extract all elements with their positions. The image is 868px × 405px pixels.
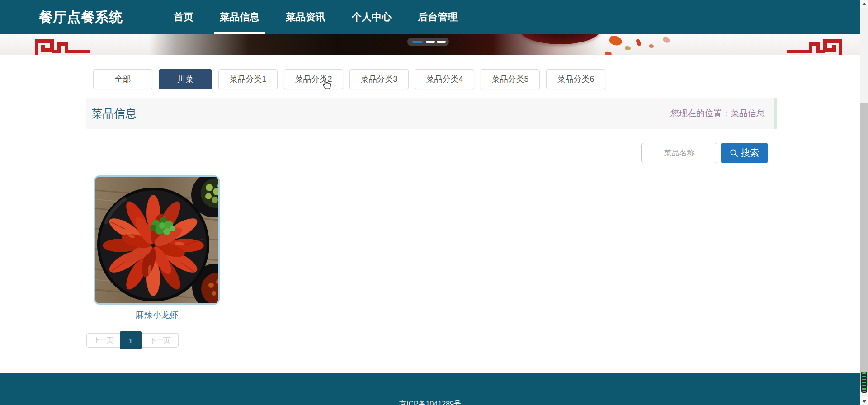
top-navbar: 餐厅点餐系统 首页 菜品信息 菜品资讯 个人中心 后台管理: [0, 0, 860, 34]
banner-chili: [662, 36, 671, 44]
banner-chili: [609, 35, 623, 47]
category-6-button[interactable]: 菜品分类6: [546, 69, 605, 89]
search-button-label: 搜索: [741, 147, 759, 159]
search-icon: [730, 149, 738, 157]
category-sichuan-button[interactable]: 川菜: [159, 69, 212, 89]
dish-card[interactable]: 麻辣小龙虾: [94, 175, 220, 321]
pagination-next-button[interactable]: 下一页: [142, 334, 178, 347]
banner-chili: [625, 46, 631, 50]
app-title: 餐厅点餐系统: [39, 0, 123, 34]
search-button[interactable]: 搜索: [721, 143, 768, 163]
section-accent-bar: [774, 98, 777, 129]
pagination: 上一页 1 下一页: [86, 333, 179, 348]
category-4-button[interactable]: 菜品分类4: [415, 69, 474, 89]
page: 餐厅点餐系统 首页 菜品信息 菜品资讯 个人中心 后台管理: [0, 0, 868, 405]
arrow-up-icon: [862, 3, 867, 5]
category-filter: 全部 川菜 菜品分类1 菜品分类2 菜品分类3 菜品分类4 菜品分类5 菜品分类…: [93, 69, 605, 89]
section-header: 菜品信息 您现在的位置：菜品信息: [86, 98, 777, 129]
carousel-dot[interactable]: [437, 41, 446, 43]
banner-chili: [649, 44, 654, 48]
carousel-banner[interactable]: [0, 34, 860, 55]
pagination-page-1-button[interactable]: 1: [120, 331, 142, 349]
nav-item-admin[interactable]: 后台管理: [412, 0, 463, 34]
banner-fret-pattern-right: [785, 38, 844, 55]
pagination-prev-button[interactable]: 上一页: [87, 334, 120, 347]
vertical-scrollbar[interactable]: [860, 0, 868, 405]
scroll-down-button[interactable]: [860, 397, 868, 405]
arrow-down-icon: [862, 400, 867, 403]
banner-fret-pattern-left: [33, 38, 92, 55]
dish-name-link[interactable]: 麻辣小龙虾: [94, 309, 220, 321]
nav-item-dish-info[interactable]: 菜品信息: [214, 0, 265, 34]
banner-chili: [636, 38, 642, 47]
carousel-dot-active[interactable]: [412, 41, 423, 43]
main-nav: 首页 菜品信息 菜品资讯 个人中心 后台管理: [168, 0, 463, 34]
nav-item-personal-center[interactable]: 个人中心: [346, 0, 397, 34]
scrollbar-thumb[interactable]: [860, 103, 868, 386]
footer: 京ICP备1041289号: [0, 373, 860, 405]
category-5-button[interactable]: 菜品分类5: [481, 69, 540, 89]
carousel-dot[interactable]: [426, 41, 435, 43]
carousel-indicators: [407, 38, 449, 46]
nav-item-dish-news[interactable]: 菜品资讯: [280, 0, 331, 34]
search-input[interactable]: [641, 143, 717, 163]
category-3-button[interactable]: 菜品分类3: [349, 69, 409, 89]
category-1-button[interactable]: 菜品分类1: [218, 69, 278, 89]
category-all-button[interactable]: 全部: [93, 69, 152, 89]
nav-item-home[interactable]: 首页: [168, 0, 199, 34]
page-title: 菜品信息: [91, 98, 137, 129]
scroll-up-button[interactable]: [860, 0, 868, 8]
breadcrumb: 您现在的位置：菜品信息: [670, 98, 765, 129]
category-2-button[interactable]: 菜品分类2: [284, 69, 343, 89]
dish-image-crayfish[interactable]: [94, 175, 220, 305]
scroll-position-widget: [861, 372, 867, 393]
banner-chili: [604, 51, 612, 55]
icp-record-text: 京ICP备1041289号: [0, 400, 860, 405]
